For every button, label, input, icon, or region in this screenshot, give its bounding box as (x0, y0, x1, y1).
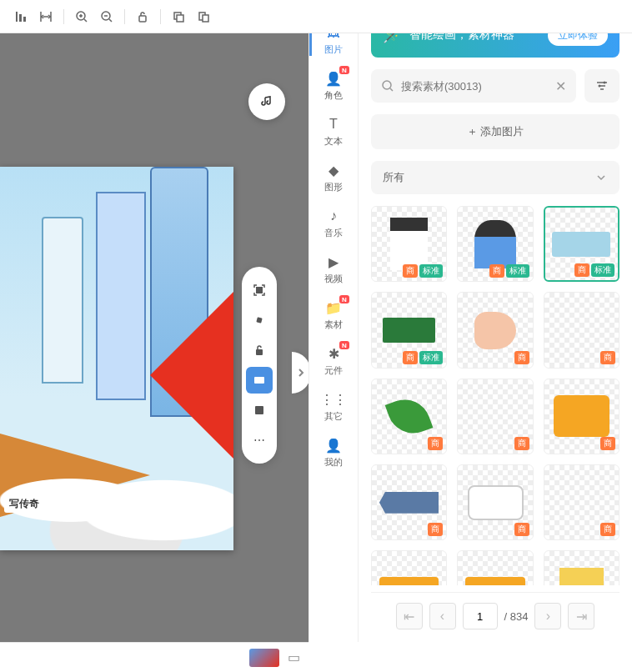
asset-tag: 标准 (419, 264, 443, 278)
category-其它[interactable]: ⋮⋮其它 (309, 384, 358, 429)
expand-tab[interactable] (292, 352, 308, 394)
category-文本[interactable]: T文本 (309, 108, 358, 154)
new-badge: N (339, 295, 349, 303)
asset-tag: 商 (514, 351, 529, 364)
page-thumbnail[interactable] (249, 649, 279, 667)
spacing-icon[interactable] (33, 4, 58, 29)
asset-tag: 商 (489, 264, 504, 278)
zoom-out-icon[interactable] (94, 4, 119, 29)
category-label: 角色 (324, 89, 343, 102)
lock-icon[interactable] (246, 337, 273, 364)
asset-tag: 商 (574, 263, 589, 277)
asset-card[interactable]: 商 (457, 292, 533, 368)
category-icon: T (324, 115, 343, 133)
canvas-area[interactable]: 写传奇 ⋯ (0, 33, 308, 642)
next-page-button[interactable]: › (534, 603, 561, 629)
svg-rect-4 (177, 15, 183, 22)
category-label: 元件 (324, 364, 343, 377)
new-badge: N (339, 66, 349, 74)
category-label: 图片 (324, 43, 343, 56)
category-label: 我的 (324, 456, 343, 469)
asset-tag: 商 (428, 523, 443, 536)
category-视频[interactable]: ▶视频 (309, 246, 358, 292)
asset-card[interactable]: 商 (544, 292, 619, 368)
category-元件[interactable]: ✱元件N (309, 338, 358, 384)
category-sidebar: 🖼图片👤角色NT文本◆图形♪音乐▶视频📁素材N✱元件N⋮⋮其它👤我的 (308, 0, 359, 642)
asset-card[interactable]: 商 (457, 379, 533, 454)
category-icon: ▶ (324, 253, 343, 271)
svg-rect-10 (254, 377, 264, 384)
svg-point-14 (599, 85, 601, 88)
copy-icon[interactable] (166, 4, 191, 29)
svg-point-13 (604, 82, 606, 84)
asset-tag: 商 (403, 351, 418, 364)
more-icon[interactable]: ⋯ (246, 427, 273, 454)
rotate-icon[interactable] (246, 307, 273, 333)
search-box[interactable]: ✕ (371, 69, 576, 103)
expand-pages-icon[interactable]: ▭ (288, 649, 300, 665)
category-icon: ♪ (324, 207, 343, 225)
clear-search-icon[interactable]: ✕ (555, 78, 566, 94)
category-label: 文本 (324, 135, 343, 148)
layers-icon[interactable] (246, 397, 273, 424)
asset-card[interactable]: 商标准 (544, 206, 619, 282)
last-page-button[interactable]: ⇥ (568, 603, 594, 629)
top-toolbar (0, 0, 632, 33)
category-角色[interactable]: 👤角色N (309, 63, 358, 108)
asset-card[interactable]: 商 (371, 379, 447, 454)
svg-point-12 (383, 81, 391, 89)
dropdown-value: 所有 (383, 170, 404, 185)
asset-card[interactable]: 商标准 (371, 292, 447, 368)
svg-rect-9 (256, 349, 263, 355)
asset-card[interactable]: 商标准 (371, 206, 447, 282)
svg-rect-7 (256, 287, 263, 293)
asset-grid: 商标准商标准商标准商标准商商商商商商商商商商商 (371, 206, 619, 585)
svg-rect-11 (255, 406, 263, 414)
asset-card[interactable]: 商标准 (457, 206, 533, 282)
asset-card[interactable]: 商 (544, 550, 619, 585)
asset-card[interactable]: 商 (371, 464, 447, 540)
asset-panel: 🪄 智能绘画，素材神器 立即体验 ✕ ＋ 添加图片 所有 商标准商标准商标准商标… (359, 0, 632, 642)
category-素材[interactable]: 📁素材N (309, 292, 358, 338)
artboard[interactable]: 写传奇 (0, 167, 233, 550)
asset-card[interactable]: 商 (457, 464, 533, 540)
category-label: 其它 (324, 410, 343, 423)
asset-card[interactable]: 商 (544, 464, 619, 540)
align-icon[interactable] (8, 4, 33, 29)
music-button[interactable] (248, 83, 285, 120)
category-icon: ⋮⋮ (324, 390, 343, 409)
category-音乐[interactable]: ♪音乐 (309, 200, 358, 246)
paste-icon[interactable] (191, 4, 216, 29)
category-图形[interactable]: ◆图形 (309, 154, 358, 200)
filter-button[interactable] (584, 69, 619, 103)
asset-tag: 商 (600, 437, 615, 450)
category-dropdown[interactable]: 所有 (371, 161, 619, 194)
asset-tag: 商 (600, 351, 615, 364)
asset-card[interactable]: 商 (371, 550, 447, 585)
asset-card[interactable]: 商 (457, 550, 533, 585)
add-image-button[interactable]: ＋ 添加图片 (371, 114, 619, 149)
asset-tag: 商 (514, 437, 529, 450)
asset-tag: 商 (403, 264, 418, 278)
asset-tag: 商 (428, 437, 443, 450)
category-icon: 👤 (324, 436, 343, 454)
category-label: 图形 (324, 181, 343, 193)
svg-rect-2 (139, 16, 146, 22)
artboard-caption: 写传奇 (4, 495, 44, 513)
first-page-button[interactable]: ⇤ (396, 603, 423, 629)
floating-toolbar: ⋯ (242, 267, 277, 464)
page-input[interactable] (463, 603, 498, 629)
asset-card[interactable]: 商 (544, 379, 619, 454)
display-icon[interactable] (246, 367, 273, 394)
prev-page-button[interactable]: ‹ (429, 603, 456, 629)
asset-tag: 商 (514, 523, 529, 536)
asset-tag: 标准 (506, 264, 529, 278)
search-input[interactable] (401, 80, 555, 93)
unlock-icon[interactable] (130, 4, 155, 29)
pagination: ⇤ ‹ / 834 › ⇥ (371, 592, 619, 629)
focus-icon[interactable] (246, 277, 273, 303)
zoom-in-icon[interactable] (69, 4, 94, 29)
category-我的[interactable]: 👤我的 (309, 429, 358, 475)
category-icon: ◆ (324, 161, 343, 179)
page-total: / 834 (504, 610, 529, 623)
